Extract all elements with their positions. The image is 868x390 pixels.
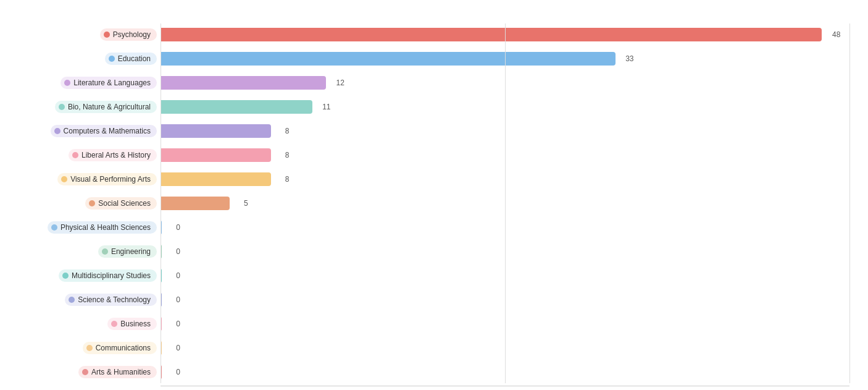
bar-value-label: 0 — [176, 320, 180, 328]
bar-row: Bio, Nature & Agricultural11 — [19, 96, 849, 118]
bar: 0 — [161, 269, 162, 282]
bar-label: Science & Technology — [78, 295, 151, 304]
dot-icon — [111, 321, 117, 327]
label-pill: Physical & Health Sciences — [48, 221, 157, 234]
bar-row: Education33 — [19, 48, 849, 70]
bar-label: Social Sciences — [98, 199, 151, 208]
dot-icon — [109, 56, 115, 62]
bar-label: Communications — [96, 344, 151, 352]
bar-container: 0 — [161, 315, 849, 333]
bar-row: Computers & Mathematics8 — [19, 120, 849, 142]
bar-value-label: 0 — [176, 223, 180, 232]
bar-container: 0 — [161, 291, 849, 308]
chart-container: Psychology48Education33Literature & Lang… — [19, 12, 849, 390]
bar-label: Multidisciplinary Studies — [72, 271, 151, 280]
bar-value-label: 5 — [244, 199, 248, 208]
label-pill: Liberal Arts & History — [69, 149, 157, 161]
bar-label-area: Computers & Mathematics — [19, 125, 161, 137]
bar-value-label: 0 — [176, 295, 180, 304]
bar-value-label: 48 — [832, 30, 840, 39]
bar-row: Social Sciences5 — [19, 192, 849, 214]
bar-row: Literature & Languages12 — [19, 72, 849, 94]
bar-value-label: 11 — [322, 103, 330, 111]
bar: 8 — [161, 172, 271, 186]
bar-container: 12 — [161, 74, 849, 91]
bar-label-area: Physical & Health Sciences — [19, 221, 161, 234]
bar-label: Bio, Nature & Agricultural — [68, 103, 151, 111]
bar-label: Visual & Performing Arts — [70, 175, 151, 184]
dot-icon — [104, 32, 110, 38]
bar-value-label: 0 — [176, 368, 180, 376]
dot-icon — [54, 128, 61, 134]
bar-label-area: Communications — [19, 342, 161, 354]
bar-container: 33 — [161, 50, 849, 67]
bar: 0 — [161, 221, 162, 234]
bar-label-area: Arts & Humanities — [19, 366, 161, 378]
bar-row: Business0 — [19, 313, 849, 335]
dot-icon — [82, 369, 88, 375]
label-pill: Computers & Mathematics — [51, 125, 157, 137]
bar-value-label: 0 — [176, 247, 180, 256]
x-axis: 02550 — [161, 386, 849, 390]
bar-row: Physical & Health Sciences0 — [19, 216, 849, 239]
bar-container: 0 — [161, 267, 849, 284]
bar-row: Communications0 — [19, 337, 849, 359]
dot-icon — [89, 200, 95, 206]
dot-icon — [102, 248, 108, 255]
label-pill: Business — [107, 318, 157, 330]
bar-value-label: 0 — [176, 344, 180, 352]
bar-value-label: 8 — [285, 127, 290, 135]
dot-icon — [69, 297, 75, 303]
label-pill: Bio, Nature & Agricultural — [55, 101, 157, 113]
bar-label: Engineering — [111, 247, 151, 256]
bar-container: 5 — [161, 195, 849, 212]
bar: 33 — [161, 52, 616, 66]
bar-label-area: Education — [19, 53, 161, 65]
bar-container: 11 — [161, 98, 849, 116]
bar-value-label: 0 — [176, 271, 180, 280]
label-pill: Communications — [83, 342, 157, 354]
bar-container: 8 — [161, 171, 849, 188]
bar-label-area: Multidisciplinary Studies — [19, 269, 161, 282]
dot-icon — [64, 80, 70, 86]
bar: 8 — [161, 124, 271, 138]
bar-container: 0 — [161, 219, 849, 236]
bar: 0 — [161, 293, 162, 307]
dot-icon — [61, 176, 67, 182]
bar-label-area: Literature & Languages — [19, 77, 161, 89]
bar-label-area: Engineering — [19, 245, 161, 258]
bar: 11 — [161, 100, 312, 114]
bar-value-label: 33 — [625, 54, 633, 63]
bar-container: 8 — [161, 146, 849, 164]
bar-value-label: 8 — [285, 175, 290, 184]
bar-row: Psychology48 — [19, 23, 849, 46]
chart-wrapper: Psychology48Education33Literature & Lang… — [19, 23, 849, 390]
bar: 5 — [161, 197, 230, 210]
bar-row: Visual & Performing Arts8 — [19, 168, 849, 190]
bar-label: Literature & Languages — [73, 78, 151, 87]
bar-value-label: 8 — [285, 151, 290, 159]
label-pill: Visual & Performing Arts — [57, 173, 157, 185]
bar-label: Business — [120, 320, 151, 328]
label-pill: Multidisciplinary Studies — [59, 269, 157, 282]
bar-row: Science & Technology0 — [19, 289, 849, 311]
dot-icon — [72, 152, 78, 158]
bar-container: 48 — [161, 26, 849, 43]
label-pill: Literature & Languages — [61, 77, 157, 89]
bar-label-area: Science & Technology — [19, 294, 161, 306]
bar: 8 — [161, 148, 271, 162]
bar: 0 — [161, 245, 162, 258]
bar-label-area: Liberal Arts & History — [19, 149, 161, 161]
bar-label-area: Business — [19, 318, 161, 330]
bar-label-area: Visual & Performing Arts — [19, 173, 161, 185]
bar-container: 0 — [161, 339, 849, 357]
bar-label: Computers & Mathematics — [64, 127, 151, 135]
label-pill: Social Sciences — [85, 197, 157, 210]
bar-label: Liberal Arts & History — [81, 151, 151, 159]
bar-container: 0 — [161, 243, 849, 260]
label-pill: Education — [105, 53, 157, 65]
dot-icon — [86, 345, 93, 351]
bar-row: Arts & Humanities0 — [19, 361, 849, 383]
dot-icon — [62, 273, 69, 279]
dot-icon — [59, 104, 65, 110]
